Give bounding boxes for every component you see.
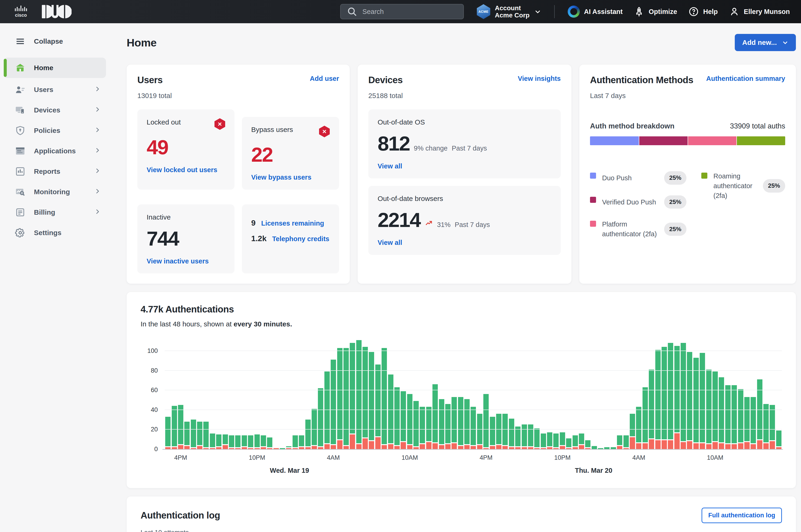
user-menu[interactable]: Ellery Munson [729,6,790,17]
bar-granted [522,424,527,446]
sidebar-item-applications[interactable]: Applications [0,141,110,161]
view-inactive-users-link[interactable]: View inactive users [147,258,209,265]
account-switcher[interactable]: ACME Account Acme Corp [477,4,541,19]
view-locked-out-users-link[interactable]: View locked out users [147,166,217,174]
search-input[interactable] [362,8,457,16]
bar-denied [413,447,419,449]
chart-gridline [165,429,782,430]
devices-card-title: Devices [368,75,403,85]
sidebar-item-monitoring[interactable]: Monitoring [0,182,110,202]
add-new-button[interactable]: Add new... [735,34,796,51]
sidebar-item-home[interactable]: Home [4,58,106,78]
authentications-bar-chart: 020406080100 [165,351,782,449]
bar-granted [451,397,457,442]
bar-denied [299,447,304,449]
policies-icon [15,125,25,136]
add-user-link[interactable]: Add user [310,75,339,82]
inactive-label: Inactive [147,213,171,221]
legend-item-verified-duo-push: Verified Duo Push25% [590,195,686,209]
out-of-date-browsers-tile: Out-of-date browsers 2214 31% Past 7 day… [368,186,561,255]
bar-granted [312,409,317,445]
view-insights-link[interactable]: View insights [518,75,561,82]
legend-swatch-icon [590,221,596,227]
bypass-users-label: Bypass users [251,126,293,134]
sidebar-item-users[interactable]: Users [0,79,110,100]
bar-granted [362,347,368,437]
bar-denied [706,444,711,449]
locked-out-tile: Locked out × 49 View locked out users [137,110,235,190]
bar-granted [750,397,756,443]
licenses-remaining-link[interactable]: Licenses remaining [261,220,324,227]
auth-log-title: Authentication log [141,510,220,520]
bar-granted [642,387,648,442]
sidebar-item-devices[interactable]: Devices [0,100,110,120]
bar-granted [337,348,342,439]
view-all-os-link[interactable]: View all [378,163,402,170]
chart-gridline [165,410,782,410]
chart-gridline [165,390,782,390]
bar-denied [496,445,501,449]
legend-swatch-icon [590,197,596,203]
chevron-right-icon [94,188,101,196]
help-button[interactable]: Help [688,6,718,17]
sidebar-item-reports[interactable]: Reports [0,161,110,182]
sidebar-item-label: Users [34,86,53,94]
legend-swatch-icon [701,173,707,179]
os-period-meta: Past 7 days [452,145,487,152]
bar-granted [223,434,228,444]
account-badge-icon: ACME [477,4,490,19]
bar-denied [305,447,311,449]
bar-denied [560,446,565,449]
authentication-summary-link[interactable]: Authentication summary [706,75,785,82]
bar-granted [623,435,629,447]
bar-granted [216,434,221,446]
bar-denied [375,437,380,449]
bar-denied [426,442,431,449]
bar-granted [725,385,731,443]
hamburger-icon [15,36,25,47]
legend-column-right: Roaming authenticator (2fa)25% [701,171,785,201]
bar-denied [738,443,743,449]
out-of-date-os-tile: Out-of-date OS 812 9% change Past 7 days… [368,110,561,178]
browsers-delta-meta: 31% [437,221,451,229]
bar-denied [712,442,718,449]
full-authentication-log-button[interactable]: Full authentication log [702,508,782,523]
telephony-credits-link[interactable]: Telephony credits [272,235,329,243]
bar-granted [655,350,660,439]
bar-granted [649,369,654,438]
bar-granted [350,343,355,433]
chart-x-tick-label: 10AM [402,454,418,461]
optimize-button[interactable]: Optimize [634,6,677,17]
breakdown-segment-verified-duo-push [639,136,688,145]
bar-granted [375,364,380,436]
bar-denied [502,446,508,449]
bar-granted [553,434,559,447]
bypass-users-alert-icon: × [319,126,330,137]
sidebar-collapse-label: Collapse [34,37,63,45]
search-icon [347,6,357,17]
devices-icon [15,105,25,115]
bar-denied [515,447,521,449]
bar-denied [420,444,425,449]
authentication-log-card: Authentication log Full authentication l… [127,496,796,532]
bar-denied [369,441,374,449]
bar-granted [712,372,718,441]
bar-granted [636,407,641,442]
bar-granted [407,394,412,444]
bar-denied [477,445,482,449]
bar-granted [331,360,336,444]
view-all-browsers-link[interactable]: View all [378,239,402,246]
view-bypass-users-link[interactable]: View bypass users [251,173,311,181]
applications-icon [15,146,25,156]
sidebar-item-billing[interactable]: Billing [0,202,110,223]
bar-granted [534,429,540,447]
sidebar-item-settings[interactable]: Settings [0,223,110,243]
bar-denied [528,447,533,449]
bar-denied [655,440,660,449]
bar-granted [242,435,247,446]
chart-y-tick-label: 20 [151,426,158,433]
sidebar-item-policies[interactable]: Policies [0,120,110,141]
global-search[interactable] [340,4,464,19]
sidebar-collapse-button[interactable]: Collapse [0,31,110,52]
ai-assistant-button[interactable]: AI Assistant [568,5,623,18]
